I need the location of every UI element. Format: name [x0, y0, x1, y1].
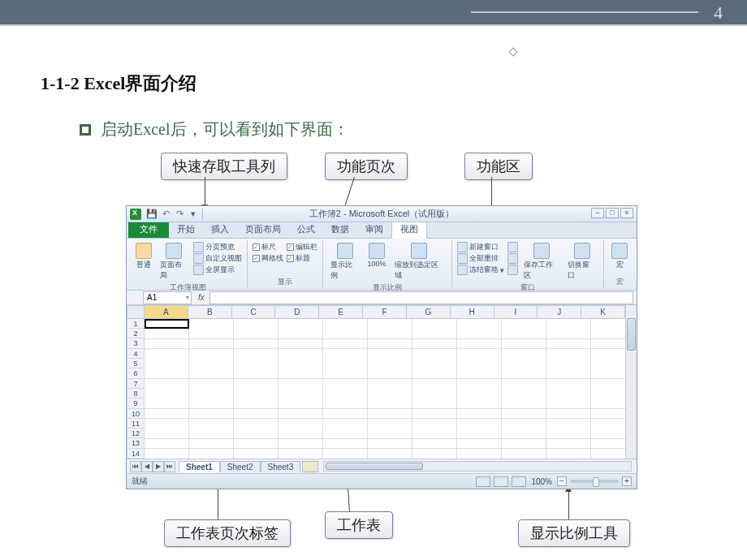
- column-header[interactable]: J: [538, 305, 581, 319]
- row-header[interactable]: 1: [127, 319, 145, 329]
- sheet-tab[interactable]: Sheet3: [261, 461, 301, 472]
- qat-dropdown-icon[interactable]: ▾: [188, 209, 199, 220]
- tab-formulas[interactable]: 公式: [289, 221, 323, 238]
- row-header[interactable]: 2: [127, 329, 145, 338]
- sheet-tabs: Sheet1 Sheet2 Sheet3: [179, 461, 318, 472]
- tab-review[interactable]: 审阅: [357, 221, 391, 238]
- tab-insert[interactable]: 插入: [203, 221, 237, 238]
- horizontal-scrollbar[interactable]: [323, 461, 632, 472]
- column-header[interactable]: H: [451, 305, 494, 319]
- row-header[interactable]: 6: [127, 368, 145, 378]
- formula-bar-checkbox[interactable]: ✓编辑栏: [287, 242, 317, 252]
- save-icon[interactable]: 💾: [146, 209, 158, 220]
- tab-home[interactable]: 开始: [169, 221, 203, 238]
- row-header[interactable]: 9: [127, 398, 145, 408]
- view-page-break-button[interactable]: [512, 476, 526, 487]
- normal-view-button[interactable]: 普通: [133, 242, 154, 271]
- new-sheet-button[interactable]: [302, 461, 318, 472]
- hide-icon[interactable]: [507, 253, 518, 264]
- page-layout-icon: [166, 243, 182, 259]
- formula-bar[interactable]: [209, 291, 633, 304]
- cells[interactable]: [145, 319, 625, 459]
- column-header[interactable]: C: [232, 305, 276, 319]
- new-window-button[interactable]: 新建窗口: [457, 242, 504, 252]
- label: 全屏显示: [205, 265, 235, 275]
- undo-icon[interactable]: ↶: [160, 209, 171, 220]
- tab-data[interactable]: 数据: [323, 221, 357, 238]
- row-header[interactable]: 7: [127, 379, 145, 389]
- fx-icon[interactable]: fx: [198, 293, 205, 302]
- full-screen-icon: [193, 265, 204, 275]
- row-header[interactable]: 5: [127, 359, 145, 368]
- file-tab[interactable]: 文件: [128, 221, 169, 238]
- custom-views-button[interactable]: 自定义视图: [193, 253, 242, 264]
- minimize-button[interactable]: –: [591, 208, 604, 218]
- name-box[interactable]: A1▾: [143, 291, 192, 304]
- sheet-nav-first[interactable]: ⏮: [130, 461, 141, 472]
- slide-header-band: [0, 0, 747, 26]
- maximize-button[interactable]: □: [606, 208, 619, 218]
- callout-worksheet: 工作表: [325, 511, 393, 539]
- unhide-icon[interactable]: [507, 265, 518, 275]
- full-screen-button[interactable]: 全屏显示: [193, 265, 242, 275]
- column-header[interactable]: I: [494, 305, 538, 319]
- tab-view[interactable]: 视图: [391, 220, 427, 239]
- separator: [202, 209, 203, 220]
- page-break-preview-button[interactable]: 分页预览: [193, 242, 242, 252]
- new-window-icon: [457, 242, 468, 252]
- sheet-nav-last[interactable]: ⏭: [164, 461, 175, 472]
- freeze-panes-button[interactable]: 冻结窗格 ▾: [457, 265, 504, 275]
- active-cell[interactable]: [145, 319, 189, 329]
- zoom-slider[interactable]: [570, 480, 619, 483]
- close-button[interactable]: ×: [620, 208, 633, 218]
- split-icon[interactable]: [507, 242, 518, 252]
- sheet-nav: ⏮ ◀ ▶ ⏭: [127, 461, 175, 472]
- row-header[interactable]: 8: [127, 389, 145, 398]
- redo-icon[interactable]: ↷: [174, 209, 185, 220]
- row-header[interactable]: 4: [127, 349, 145, 359]
- row-header[interactable]: 11: [127, 419, 145, 429]
- column-header[interactable]: F: [363, 305, 407, 319]
- column-header[interactable]: A: [145, 305, 188, 319]
- row-header[interactable]: 3: [127, 338, 145, 348]
- scrollbar-thumb[interactable]: [627, 318, 636, 351]
- view-page-layout-button[interactable]: [494, 476, 508, 487]
- ruler-checkbox[interactable]: ✓标尺: [253, 242, 283, 252]
- zoom-button[interactable]: 显示比例: [328, 242, 361, 282]
- label: 切换窗口: [568, 260, 596, 281]
- vertical-scrollbar[interactable]: [625, 305, 637, 459]
- headings-checkbox[interactable]: ✓标题: [287, 253, 317, 264]
- label: 缩放到选定区域: [395, 260, 445, 281]
- macros-button[interactable]: 宏: [609, 242, 630, 271]
- sheet-tab[interactable]: Sheet1: [179, 461, 220, 472]
- column-header[interactable]: B: [188, 305, 232, 319]
- column-header[interactable]: D: [275, 305, 319, 319]
- switch-windows-button[interactable]: 切换窗口: [565, 242, 598, 282]
- tab-page-layout[interactable]: 页面布局: [237, 221, 289, 238]
- excel-logo-icon: [130, 209, 141, 220]
- gridlines-checkbox[interactable]: ✓网格线: [253, 253, 283, 264]
- sheet-nav-next[interactable]: ▶: [153, 461, 164, 472]
- select-all-corner[interactable]: [127, 305, 145, 319]
- row-header[interactable]: 12: [127, 429, 145, 438]
- view-normal-button[interactable]: [476, 476, 490, 487]
- row-header[interactable]: 10: [127, 409, 145, 419]
- row-header[interactable]: 13: [127, 438, 145, 448]
- arrange-all-button[interactable]: 全部重排: [457, 253, 504, 264]
- zoom-in-button[interactable]: +: [622, 476, 632, 486]
- zoom-selection-button[interactable]: 缩放到选定区域: [392, 242, 447, 282]
- save-workspace-button[interactable]: 保存工作区: [521, 242, 562, 282]
- zoom-out-button[interactable]: −: [557, 476, 567, 486]
- scrollbar-thumb[interactable]: [326, 463, 423, 470]
- sheet-nav-prev[interactable]: ◀: [141, 461, 153, 472]
- column-header[interactable]: E: [319, 305, 363, 319]
- zoom-100-button[interactable]: 100%: [365, 242, 389, 269]
- sheet-tab[interactable]: Sheet2: [220, 461, 261, 472]
- annot-line: [218, 487, 218, 519]
- column-header[interactable]: K: [581, 305, 625, 319]
- slide-title: 1-1-2 Excel界面介绍: [41, 71, 196, 96]
- row-header[interactable]: 14: [127, 449, 145, 459]
- page-layout-button[interactable]: 页面布局: [158, 242, 190, 282]
- column-header[interactable]: G: [407, 305, 451, 319]
- bullet-text: 启动Excel后，可以看到如下界面：: [101, 118, 349, 140]
